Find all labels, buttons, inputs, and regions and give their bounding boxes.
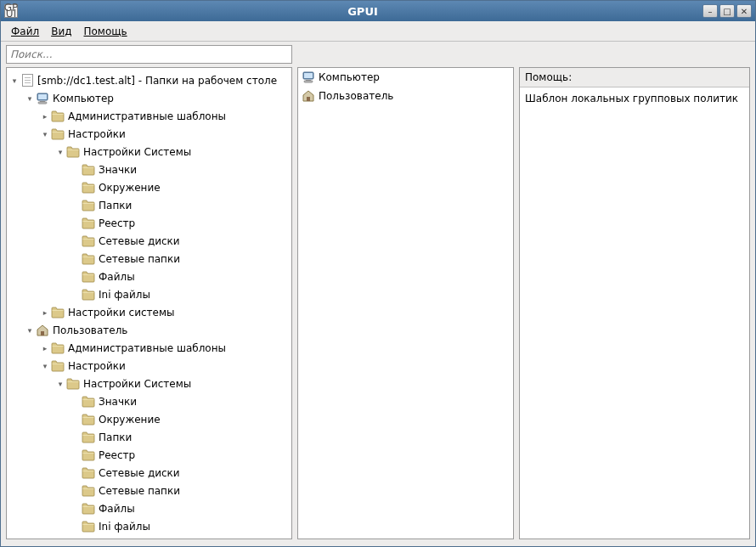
folder-icon (82, 270, 95, 284)
maximize-button[interactable]: □ (719, 4, 735, 18)
tree-leaf-folders[interactable]: Папки (8, 196, 290, 214)
help-panel: Помощь: Шаблон локальных групповых полит… (519, 67, 750, 539)
tree-item-label: Ini файлы (99, 289, 150, 301)
tree-expander[interactable] (70, 449, 82, 461)
svg-rect-4 (41, 331, 44, 336)
tree-expander[interactable]: ▾ (39, 128, 51, 140)
folder-icon (82, 466, 95, 480)
folder-icon (82, 163, 95, 177)
tree-system-settings-user[interactable]: ▾Настройки Системы (8, 375, 290, 392)
folder-icon (82, 413, 95, 426)
menu-view[interactable]: Вид (46, 24, 76, 39)
tree-expander[interactable] (70, 467, 82, 479)
tree-expander[interactable]: ▾ (8, 75, 20, 87)
tree-leaf-user-network_drives[interactable]: Сетевые диски (8, 464, 290, 482)
tree-computer[interactable]: ▾Компьютер (8, 89, 290, 107)
folder-icon (66, 145, 80, 159)
tree-expander[interactable]: ▸ (39, 110, 51, 122)
tree-leaf-files[interactable]: Файлы (8, 268, 290, 285)
tree-leaf-user-ini_files[interactable]: Ini файлы (8, 517, 290, 535)
tree-expander[interactable]: ▾ (54, 146, 66, 158)
folder-icon (82, 217, 95, 230)
tree-settings[interactable]: ▾Настройки (8, 125, 290, 143)
tree-item-label: Окружение (99, 414, 161, 426)
list-item-label: Компьютер (319, 71, 380, 83)
tree-system-settings-lower[interactable]: ▸Настройки системы (8, 303, 290, 321)
tree-root[interactable]: ▾[smb://dc1.test.alt] - Папки на рабочем… (8, 71, 290, 89)
tree-expander[interactable] (70, 431, 82, 443)
folder-icon (82, 234, 95, 248)
tree-item-label: Пользователь (53, 324, 127, 336)
tree-expander[interactable] (70, 503, 82, 515)
tree-leaf-user-icons[interactable]: Значки (8, 392, 290, 410)
tree-item-label: Папки (99, 200, 132, 211)
close-button[interactable]: ✕ (736, 4, 752, 18)
tree-leaf-network_drives[interactable]: Сетевые диски (8, 232, 290, 250)
menu-help[interactable]: Помощь (78, 24, 132, 39)
tree-admin-templates-user[interactable]: ▸Административные шаблоны (8, 339, 290, 357)
svg-rect-3 (38, 102, 47, 104)
tree-expander[interactable] (70, 200, 82, 211)
tree-expander[interactable] (70, 271, 82, 283)
tree-expander[interactable] (70, 253, 82, 265)
tree-item-label: Сетевые диски (99, 467, 180, 479)
menu-file[interactable]: Файл (6, 24, 44, 39)
minimize-button[interactable]: – (702, 4, 718, 18)
tree-expander[interactable] (70, 521, 82, 533)
tree-item-label: Сетевые диски (99, 235, 180, 247)
tree-admin-templates[interactable]: ▸Административные шаблоны (8, 107, 290, 125)
tree-leaf-user-folders[interactable]: Папки (8, 428, 290, 446)
tree-leaf-network_folders[interactable]: Сетевые папки (8, 250, 290, 268)
tree-leaf-user-registry[interactable]: Реестр (8, 446, 290, 464)
content-area: ▾[smb://dc1.test.alt] - Папки на рабочем… (1, 42, 755, 546)
tree-item-label: Настройки системы (68, 539, 174, 540)
tree-item-label: Компьютер (53, 93, 114, 104)
computer-icon (36, 92, 49, 105)
tree-expander[interactable] (70, 182, 82, 194)
tree-expander[interactable] (70, 289, 82, 301)
tree-item-label: Настройки (68, 128, 126, 140)
tree-system-settings[interactable]: ▾Настройки Системы (8, 143, 290, 161)
tree-item-label: Ini файлы (99, 521, 150, 533)
folder-icon (82, 181, 95, 195)
tree-expander[interactable] (70, 414, 82, 426)
tree-system-settings-lower-user[interactable]: ▸Настройки системы (8, 535, 290, 539)
window-buttons: – □ ✕ (702, 4, 752, 18)
tree-expander[interactable]: ▾ (39, 360, 51, 372)
folder-icon (82, 199, 95, 212)
tree-item-label: Настройки (68, 360, 126, 372)
tree-leaf-icons[interactable]: Значки (8, 161, 290, 178)
tree-expander[interactable] (70, 396, 82, 408)
tree-leaf-user-files[interactable]: Файлы (8, 499, 290, 517)
panels: ▾[smb://dc1.test.alt] - Папки на рабочем… (6, 67, 750, 539)
window-title: GPUI (23, 5, 702, 18)
tree-panel: ▾[smb://dc1.test.alt] - Папки на рабочем… (6, 67, 292, 539)
list-item-user[interactable]: Пользователь (298, 87, 513, 105)
tree-item-label: Реестр (99, 449, 135, 461)
tree-leaf-user-environment[interactable]: Окружение (8, 410, 290, 428)
svg-rect-9 (307, 97, 310, 101)
tree-item-label: Файлы (99, 271, 135, 283)
tree-item-label: Настройки Системы (83, 146, 191, 158)
tree-expander[interactable] (70, 235, 82, 247)
tree-expander[interactable]: ▸ (39, 342, 51, 354)
tree-expander[interactable] (70, 217, 82, 229)
titlebar: GP UI GPUI – □ ✕ (1, 1, 755, 21)
svg-rect-6 (304, 73, 313, 78)
tree-expander[interactable]: ▾ (54, 378, 66, 390)
tree-expander[interactable]: ▸ (39, 539, 51, 540)
tree-leaf-environment[interactable]: Окружение (8, 178, 290, 196)
tree-user[interactable]: ▾Пользователь (8, 321, 290, 339)
tree-expander[interactable] (70, 164, 82, 176)
tree-settings-user[interactable]: ▾Настройки (8, 357, 290, 375)
tree-leaf-registry[interactable]: Реестр (8, 214, 290, 232)
tree-leaf-user-network_folders[interactable]: Сетевые папки (8, 482, 290, 499)
list-item-computer[interactable]: Компьютер (298, 68, 513, 87)
tree-leaf-ini_files[interactable]: Ini файлы (8, 285, 290, 303)
help-header: Помощь: (520, 68, 749, 87)
search-input[interactable] (6, 45, 292, 64)
tree-expander[interactable]: ▾ (24, 93, 36, 104)
tree-expander[interactable]: ▾ (24, 324, 36, 336)
tree-expander[interactable] (70, 485, 82, 497)
tree-expander[interactable]: ▸ (39, 307, 51, 319)
